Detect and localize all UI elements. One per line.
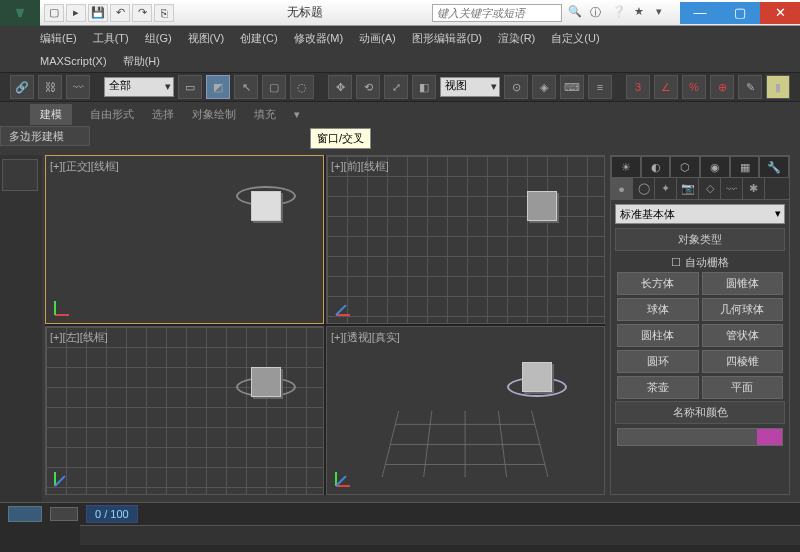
btn-teapot[interactable]: 茶壶 <box>617 376 699 399</box>
link-icon[interactable]: ⎘ <box>154 4 174 22</box>
manip-icon[interactable]: ◈ <box>532 75 556 99</box>
info-icon[interactable]: ⓘ <box>590 5 608 21</box>
viewport-label[interactable]: [+][前][线框] <box>331 159 389 174</box>
menu-graph[interactable]: 图形编辑器(D) <box>412 31 482 46</box>
star-icon[interactable]: ★ <box>634 5 652 21</box>
rotate-icon[interactable]: ⟲ <box>356 75 380 99</box>
rollout-name-color[interactable]: 名称和颜色 <box>615 401 785 424</box>
select-object-icon[interactable]: ↖ <box>234 75 258 99</box>
lasso-select-icon[interactable]: ◌ <box>290 75 314 99</box>
ribbon-panel-label[interactable]: 多边形建模 <box>0 126 90 146</box>
tab-utilities-icon[interactable]: 🔧 <box>759 156 789 178</box>
arrow-icon[interactable]: ▾ <box>656 5 674 21</box>
helpers-icon[interactable]: ◇ <box>699 178 721 199</box>
snap-percent-icon[interactable]: % <box>682 75 706 99</box>
viewport-perspective[interactable]: [+][透视][真实] <box>326 326 605 495</box>
viewport-top[interactable]: [+][正交][线框] <box>45 155 324 324</box>
viewport-front[interactable]: [+][前][线框] <box>326 155 605 324</box>
scale-icon[interactable]: ⤢ <box>384 75 408 99</box>
move-icon[interactable]: ✥ <box>328 75 352 99</box>
maximize-button[interactable]: ▢ <box>720 2 760 24</box>
window-crossing-icon[interactable]: ◩ <box>206 75 230 99</box>
btn-cylinder[interactable]: 圆柱体 <box>617 324 699 347</box>
frame-indicator[interactable]: 0 / 100 <box>86 505 138 523</box>
close-button[interactable]: ✕ <box>760 2 800 24</box>
menu-create[interactable]: 创建(C) <box>240 31 277 46</box>
cameras-icon[interactable]: 📷 <box>677 178 699 199</box>
mirror-icon[interactable]: ▮ <box>766 75 790 99</box>
menu-animation[interactable]: 动画(A) <box>359 31 396 46</box>
btn-plane[interactable]: 平面 <box>702 376 784 399</box>
coord-system-dropdown[interactable]: 视图 <box>440 77 500 97</box>
undo-icon[interactable]: ↶ <box>110 4 130 22</box>
spinner-snap-icon[interactable]: ⊕ <box>710 75 734 99</box>
snap-angle-icon[interactable]: ∠ <box>654 75 678 99</box>
tab-hierarchy-icon[interactable]: ⬡ <box>670 156 700 178</box>
systems-icon[interactable]: ✱ <box>743 178 765 199</box>
btn-torus[interactable]: 圆环 <box>617 350 699 373</box>
tab-modeling[interactable]: 建模 <box>30 104 72 125</box>
named-sel-icon[interactable]: ≡ <box>588 75 612 99</box>
menu-render[interactable]: 渲染(R) <box>498 31 535 46</box>
minimize-button[interactable]: — <box>680 2 720 24</box>
left-tool-1[interactable] <box>2 159 38 191</box>
ribbon-expand-icon[interactable]: ▾ <box>294 108 300 121</box>
open-icon[interactable]: ▸ <box>66 4 86 22</box>
help-icon[interactable]: ❔ <box>612 5 630 21</box>
bind-tool-icon[interactable]: 〰 <box>66 75 90 99</box>
placement-icon[interactable]: ◧ <box>412 75 436 99</box>
menu-group[interactable]: 组(G) <box>145 31 172 46</box>
btn-sphere[interactable]: 球体 <box>617 298 699 321</box>
save-icon[interactable]: 💾 <box>88 4 108 22</box>
rect-select-icon[interactable]: ▢ <box>262 75 286 99</box>
name-color-field[interactable] <box>617 428 783 446</box>
unlink-tool-icon[interactable]: ⛓ <box>38 75 62 99</box>
link-tool-icon[interactable]: 🔗 <box>10 75 34 99</box>
keyboard-icon[interactable]: ⌨ <box>560 75 584 99</box>
tab-objpaint[interactable]: 对象绘制 <box>192 107 236 122</box>
btn-geosphere[interactable]: 几何球体 <box>702 298 784 321</box>
viewport-label[interactable]: [+][左][线框] <box>50 330 108 345</box>
geometry-icon[interactable]: ● <box>611 178 633 199</box>
edit-named-icon[interactable]: ✎ <box>738 75 762 99</box>
autogrid-checkbox[interactable]: ☐ 自动栅格 <box>611 253 789 272</box>
rollout-object-type[interactable]: 对象类型 <box>615 228 785 251</box>
search-input[interactable] <box>432 4 562 22</box>
redo-icon[interactable]: ↷ <box>132 4 152 22</box>
spacewarps-icon[interactable]: 〰 <box>721 178 743 199</box>
snap-3-icon[interactable]: 3 <box>626 75 650 99</box>
select-icon[interactable]: ▭ <box>178 75 202 99</box>
tab-display-icon[interactable]: ▦ <box>730 156 760 178</box>
app-logo[interactable] <box>0 0 40 26</box>
new-icon[interactable]: ▢ <box>44 4 64 22</box>
timeline-toggle[interactable] <box>8 506 42 522</box>
tab-motion-icon[interactable]: ◉ <box>700 156 730 178</box>
tab-create-icon[interactable]: ☀ <box>611 156 641 178</box>
shapes-icon[interactable]: ◯ <box>633 178 655 199</box>
timeline-config-icon[interactable] <box>50 507 78 521</box>
time-ruler[interactable] <box>80 525 800 545</box>
btn-cone[interactable]: 圆锥体 <box>702 272 784 295</box>
btn-box[interactable]: 长方体 <box>617 272 699 295</box>
menu-maxscript[interactable]: MAXScript(X) <box>40 55 107 67</box>
menu-edit[interactable]: 编辑(E) <box>40 31 77 46</box>
lights-icon[interactable]: ✦ <box>655 178 677 199</box>
selection-filter-dropdown[interactable]: 全部 <box>104 77 174 97</box>
btn-tube[interactable]: 管状体 <box>702 324 784 347</box>
tab-selection[interactable]: 选择 <box>152 107 174 122</box>
menu-modifier[interactable]: 修改器(M) <box>294 31 344 46</box>
btn-pyramid[interactable]: 四棱锥 <box>702 350 784 373</box>
viewport-label[interactable]: [+][正交][线框] <box>50 159 119 174</box>
binoculars-icon[interactable]: 🔍 <box>568 5 586 21</box>
category-dropdown[interactable]: 标准基本体 <box>615 204 785 224</box>
viewport-left[interactable]: [+][左][线框] <box>45 326 324 495</box>
viewport-label[interactable]: [+][透视][真实] <box>331 330 400 345</box>
menu-view[interactable]: 视图(V) <box>188 31 225 46</box>
menu-custom[interactable]: 自定义(U) <box>551 31 599 46</box>
tab-freeform[interactable]: 自由形式 <box>90 107 134 122</box>
pivot-icon[interactable]: ⊙ <box>504 75 528 99</box>
tab-populate[interactable]: 填充 <box>254 107 276 122</box>
menu-help[interactable]: 帮助(H) <box>123 54 160 69</box>
menu-tools[interactable]: 工具(T) <box>93 31 129 46</box>
tab-modify-icon[interactable]: ◐ <box>641 156 671 178</box>
